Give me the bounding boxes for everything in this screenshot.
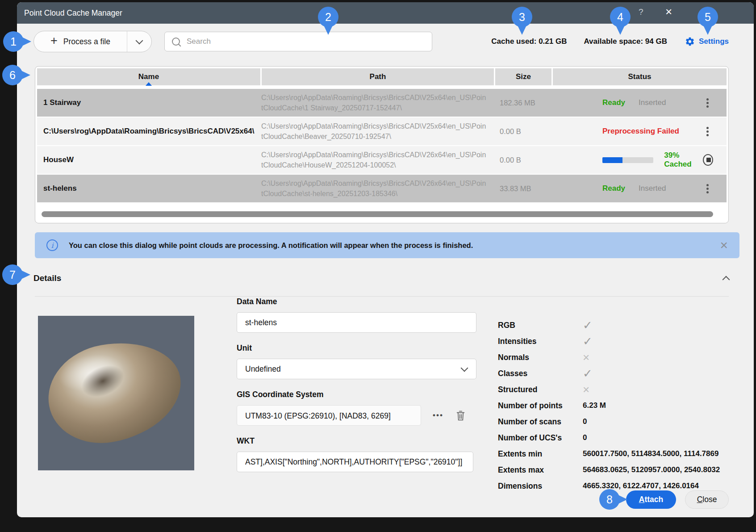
settings-button[interactable]: Settings [685,37,729,46]
status-text: Preprocessing Failed [602,127,679,136]
data-name-input[interactable] [237,312,476,333]
callout-number: 5 [705,11,711,24]
details-properties: RGB✓Intensities✓Normals×Classes✓Structur… [498,317,720,494]
check-icon: ✓ [583,335,593,347]
kebab-menu-icon[interactable] [704,96,711,110]
process-file-dropdown[interactable] [127,40,151,43]
collapse-chevron-icon[interactable] [723,276,730,284]
table-row[interactable]: st-helensC:\Users\rog\AppData\Roaming\Br… [37,175,727,202]
row-size: 182.36 MB [493,89,549,117]
row-size: 0.00 B [493,117,549,145]
property-row: RGB✓ [498,317,720,333]
close-button-label: Close [697,495,717,504]
column-header-path[interactable]: Path [262,68,494,85]
table-row[interactable]: 1 StairwayC:\Users\rog\AppData\Roaming\B… [37,89,727,117]
info-icon: i [46,239,58,251]
status-text: Ready [602,98,625,107]
status-text: Ready [602,184,625,193]
wkt-label: WKT [237,436,476,446]
details-divider [35,296,729,297]
callout-3: 3 [512,7,532,27]
unit-select[interactable]: Undefined [237,359,476,379]
kebab-menu-icon[interactable] [704,181,711,196]
cross-icon: × [583,384,589,395]
property-label: Extents max [498,465,583,475]
gis-coordinate-system-label: GIS Coordinate System [237,390,476,399]
callout-number: 7 [9,268,16,281]
horizontal-scrollbar[interactable] [42,211,713,217]
callout-6: 6 [2,65,23,85]
attach-button[interactable]: Attach [626,490,676,509]
row-status: ReadyInserted [549,175,727,202]
available-space-label: Available space: 94 GB [584,37,667,46]
property-row: Number of points6.23 M [498,398,720,414]
cross-icon: × [583,352,589,363]
column-header-name[interactable]: Name [37,68,260,85]
callout-2: 2 [318,7,338,27]
property-label: Intensities [498,337,583,346]
callout-number: 6 [9,69,16,82]
action-buttons: Attach Close [626,490,729,509]
row-name: 1 Stairway [37,89,260,117]
row-name: st-helens [37,175,260,202]
check-icon: ✓ [583,368,593,379]
info-banner-text: You can close this dialog while point cl… [69,241,473,250]
search-input[interactable] [186,37,425,46]
property-value: 6.23 M [583,401,606,410]
close-button[interactable]: Close [685,490,729,509]
property-row: Number of UCS's0 [498,430,720,446]
property-label: Normals [498,353,583,362]
callout-number: 2 [325,11,331,24]
chevron-down-icon [461,364,468,372]
column-header-status[interactable]: Status [553,68,727,85]
table-row[interactable]: C:\Users\rog\AppData\Roaming\Bricsys\Bri… [37,117,727,145]
details-title: Details [33,273,61,283]
attach-button-label: Attach [639,495,663,504]
callout-number: 8 [606,493,613,506]
row-status: Preprocessing Failed [549,117,727,145]
row-status: ReadyInserted [549,89,727,117]
property-label: Classes [498,369,583,378]
progress-fill [602,157,622,163]
details-section-header[interactable]: Details [33,270,729,286]
callout-5: 5 [698,7,718,27]
callout-1: 1 [3,31,24,52]
property-row: Extents min560017.7500, 5114834.5000, 11… [498,446,720,462]
process-file-button[interactable]: + Process a file [34,37,127,47]
column-header-size[interactable]: Size [495,68,551,85]
chevron-down-icon [136,37,143,45]
gear-icon [685,37,695,46]
row-status: 39% Cached [549,146,727,174]
progress-bar [602,157,653,163]
row-path: C:\Users\rog\AppData\Roaming\Bricsys\Bri… [260,146,493,174]
title-bar: Point Cloud Cache Manager ? × [17,2,754,24]
wkt-input[interactable] [237,452,473,472]
property-label: Structured [498,385,583,394]
search-box [164,32,432,51]
kebab-menu-icon[interactable] [704,124,711,139]
gis-browse-button[interactable]: ••• [433,411,443,420]
row-name: HouseW [37,146,260,174]
callout-number: 3 [519,11,525,24]
table-row[interactable]: HouseWC:\Users\rog\AppData\Roaming\Brics… [37,146,727,174]
search-icon [172,38,180,46]
property-value: 564683.0625, 5120957.0000, 2540.8032 [583,465,720,474]
property-value: 4665.3320, 6122.4707, 1426.0164 [583,482,699,490]
process-file-split-button: + Process a file [33,31,152,52]
point-cloud-preview [38,316,194,470]
property-label: Number of UCS's [498,433,583,443]
cache-used-label: Cache used: 0.21 GB [491,37,567,46]
banner-close-icon[interactable]: × [720,239,728,252]
stop-icon[interactable] [703,154,713,166]
help-icon[interactable]: ? [639,7,643,17]
property-row: Number of scans0 [498,414,720,430]
column-header-label: Status [628,72,652,81]
row-size: 0.00 B [493,146,549,174]
property-value: 560017.7500, 5114834.5000, 1114.7869 [583,449,718,458]
gis-coordinate-system-field[interactable]: UTM83-10 (EPSG:26910), [NAD83, 6269] [237,405,421,426]
details-form: Data Name Unit Undefined GIS Coordinate … [237,297,476,472]
plus-icon: + [50,35,58,47]
column-header-label: Name [138,72,159,81]
trash-icon[interactable] [455,410,466,422]
close-icon[interactable]: × [665,5,672,19]
